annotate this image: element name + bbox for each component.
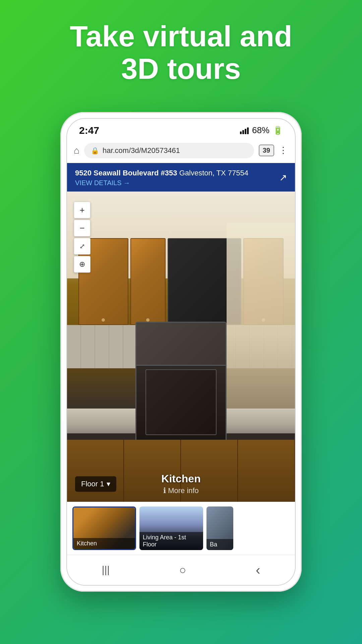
thumbnail-living[interactable]: Living Area - 1st Floor — [139, 506, 203, 550]
dining-area-glimpse — [227, 223, 295, 409]
stove — [135, 322, 227, 446]
thumbnail-kitchen[interactable]: Kitchen — [72, 506, 136, 550]
browser-home-icon[interactable]: ⌂ — [74, 145, 79, 156]
phone-screen: 2:47 68% 🔋 ⌂ 🔒 har.com/3d/M20573461 39 ⋮ — [66, 118, 296, 586]
room-label: Kitchen ℹ More info — [67, 473, 295, 495]
zoom-out-button[interactable]: − — [74, 220, 90, 236]
nav-recents-button[interactable]: ||| — [102, 564, 110, 576]
header-line1: Take virtual and — [70, 19, 292, 53]
thumbnail-other-label: Ba — [206, 539, 233, 550]
room-name: Kitchen — [67, 473, 295, 485]
address-main: 9520 Seawall Boulevard #353 Galveston, T… — [75, 168, 279, 178]
address-city: Galveston, TX 77554 — [179, 169, 248, 177]
view-details-link[interactable]: VIEW DETAILS → — [75, 179, 279, 187]
svg-rect-1 — [242, 130, 244, 134]
nav-home-button[interactable]: ○ — [179, 564, 186, 577]
battery-icon: 🔋 — [273, 126, 283, 135]
thumbnail-living-label: Living Area - 1st Floor — [139, 532, 203, 550]
nav-bar: ||| ○ ‹ — [67, 555, 295, 585]
tab-count[interactable]: 39 — [259, 145, 274, 156]
header-title: Take virtual and 3D tours — [37, 20, 325, 85]
status-bar: 2:47 68% 🔋 — [67, 119, 295, 140]
signal-icon — [240, 127, 249, 134]
map-controls: + − ⤢ ⊕ — [74, 202, 90, 273]
virtual-tour-view[interactable]: + − ⤢ ⊕ Floor 1 ▾ Kitchen ℹ More info — [67, 192, 295, 501]
svg-rect-2 — [245, 129, 246, 134]
browser-bar: ⌂ 🔒 har.com/3d/M20573461 39 ⋮ — [67, 140, 295, 163]
share-icon[interactable]: ↗ — [279, 172, 287, 183]
compass-button[interactable]: ⊕ — [74, 256, 90, 273]
phone-frame: 2:47 68% 🔋 ⌂ 🔒 har.com/3d/M20573461 39 ⋮ — [60, 112, 302, 592]
address-info: 9520 Seawall Boulevard #353 Galveston, T… — [75, 168, 279, 187]
stove-oven — [145, 369, 217, 435]
thumbnail-kitchen-label: Kitchen — [73, 538, 135, 549]
cabinet-left2 — [130, 238, 166, 325]
header-line2: 3D tours — [121, 52, 241, 85]
thumbnail-other[interactable]: Ba — [206, 506, 233, 550]
menu-dots[interactable]: ⋮ — [279, 145, 288, 156]
view-details-label: VIEW DETAILS → — [75, 179, 130, 187]
svg-rect-3 — [247, 127, 249, 134]
kitchen-panorama — [67, 192, 295, 501]
address-street: 9520 Seawall Boulevard #353 — [75, 169, 177, 177]
stove-top — [136, 323, 226, 365]
info-icon: ℹ — [163, 486, 166, 495]
more-info[interactable]: ℹ More info — [67, 486, 295, 495]
url-text: har.com/3d/M20573461 — [103, 146, 180, 155]
address-banner: 9520 Seawall Boulevard #353 Galveston, T… — [67, 163, 295, 192]
nav-back-button[interactable]: ‹ — [256, 562, 260, 578]
url-bar[interactable]: 🔒 har.com/3d/M20573461 — [84, 143, 254, 158]
thumbnail-strip: Kitchen Living Area - 1st Floor Ba — [67, 502, 295, 555]
more-info-label: More info — [168, 486, 199, 495]
zoom-in-button[interactable]: + — [74, 202, 90, 218]
status-time: 2:47 — [79, 125, 99, 136]
lock-icon: 🔒 — [91, 147, 99, 155]
battery-text: 68% — [252, 125, 269, 136]
svg-rect-0 — [240, 131, 242, 134]
status-icons: 68% 🔋 — [240, 125, 283, 136]
fullscreen-button[interactable]: ⤢ — [74, 238, 90, 255]
